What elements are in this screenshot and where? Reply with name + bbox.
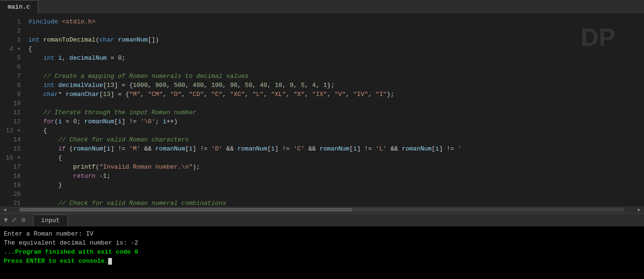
line-numbers: 1 2 3 4 ▾ 5 6 7 8 9 10 11 12 13 ▾ 14 15 … (0, 13, 24, 206)
terminal-line-2: The equivalent decimal number is: -2 (4, 238, 640, 247)
code-container[interactable]: 1 2 3 4 ▾ 5 6 7 8 9 10 11 12 13 ▾ 14 15 … (0, 13, 644, 206)
panel-icons: ▼ ⤢ ⚙ (4, 216, 25, 224)
scroll-right-arrow[interactable]: ▶ (634, 206, 644, 213)
panel-settings-icon[interactable]: ⚙ (21, 216, 25, 224)
code-editor[interactable]: #include <stdio.h> int romanToDecimal(ch… (24, 13, 644, 206)
tab-bar: main.c (0, 0, 644, 13)
scroll-left-arrow[interactable]: ◀ (0, 206, 10, 213)
bottom-panel: ▼ ⤢ ⚙ input Enter a Roman number: IV The… (0, 213, 644, 279)
active-tab[interactable]: main.c (0, 0, 38, 13)
terminal-output[interactable]: Enter a Roman number: IV The equivalent … (0, 226, 644, 279)
terminal-line-4: ...Program finished with exit code 0 (4, 247, 640, 257)
scrollbar-thumb[interactable] (19, 208, 352, 212)
panel-chevron-down-icon[interactable]: ▼ (4, 216, 8, 224)
horizontal-scrollbar[interactable]: ◀ ▶ (0, 206, 644, 213)
editor-area: DP 1 2 3 4 ▾ 5 6 7 8 9 10 11 12 13 ▾ 14 … (0, 13, 644, 213)
terminal-cursor (108, 258, 112, 265)
terminal-line-1: Enter a Roman number: IV (4, 229, 640, 238)
scrollbar-track[interactable] (19, 208, 625, 212)
terminal-line-5: Press ENTER to exit console. (4, 257, 640, 266)
panel-tab-bar: ▼ ⤢ ⚙ input (0, 213, 644, 226)
panel-tab-input[interactable]: input (33, 215, 68, 226)
panel-expand-icon[interactable]: ⤢ (11, 216, 17, 224)
tab-label: main.c (8, 3, 30, 11)
